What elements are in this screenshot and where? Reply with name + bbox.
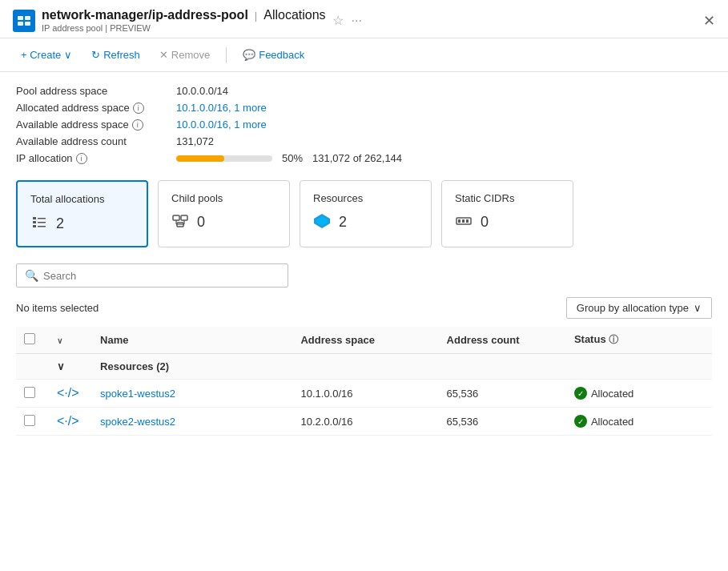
card-child-num: 0 <box>197 214 205 231</box>
expand-all-icon[interactable]: ∨ <box>57 336 62 345</box>
info-grid: Pool address space 10.0.0.0/14 Allocated… <box>16 85 712 164</box>
svg-rect-1 <box>25 16 30 20</box>
row2-check <box>16 408 49 436</box>
toolbar: + Create ∨ ↻ Refresh ✕ Remove 💬 Feedback <box>0 38 728 72</box>
progress-bar-bg <box>176 155 272 162</box>
group-label: Resources (2) <box>92 354 712 380</box>
table-row: <·/> spoke1-westus2 10.1.0.0/16 65,536 A… <box>16 380 712 408</box>
row1-name-link[interactable]: spoke1-westus2 <box>100 388 175 400</box>
group-expand-icon[interactable]: ∨ <box>49 354 92 380</box>
row1-status-dot <box>574 387 587 400</box>
card-resources[interactable]: Resources 2 <box>300 180 432 247</box>
th-expand: ∨ <box>49 327 92 354</box>
card-child-title: Child pools <box>171 192 276 204</box>
card-child-pools[interactable]: Child pools 0 <box>158 180 290 247</box>
search-icon: 🔍 <box>25 269 38 282</box>
card-static-title: Static CIDRs <box>455 192 560 204</box>
svg-rect-8 <box>33 225 36 227</box>
refresh-label: Refresh <box>103 49 140 61</box>
title-pipe: | <box>255 10 257 22</box>
row2-status-dot <box>574 415 587 428</box>
card-total-value: 2 <box>30 213 134 235</box>
content-area: Pool address space 10.0.0.0/14 Allocated… <box>0 72 728 448</box>
remove-button[interactable]: ✕ Remove <box>151 45 218 65</box>
feedback-button[interactable]: 💬 Feedback <box>235 45 312 65</box>
title-section: Allocations <box>263 8 325 22</box>
row2-name-link[interactable]: spoke2-westus2 <box>100 416 175 428</box>
list-header: No items selected Group by allocation ty… <box>16 297 712 319</box>
remove-label: Remove <box>171 49 210 61</box>
refresh-button[interactable]: ↻ Refresh <box>83 45 148 65</box>
card-static-value: 0 <box>455 212 560 232</box>
th-address-count: Address count <box>439 327 566 354</box>
pool-address-space-value: 10.0.0.0/14 <box>176 85 712 97</box>
remove-icon: ✕ <box>159 49 168 61</box>
svg-rect-10 <box>173 215 179 220</box>
favorite-icon[interactable]: ☆ <box>332 13 344 28</box>
svg-rect-0 <box>18 16 23 20</box>
card-total-allocations[interactable]: Total allocations 2 <box>16 180 148 247</box>
available-address-count-value: 131,072 <box>176 135 712 147</box>
row2-checkbox[interactable] <box>24 415 35 426</box>
more-options-icon[interactable]: ··· <box>352 14 362 28</box>
allocated-info-icon[interactable]: i <box>133 103 144 114</box>
th-address-space: Address space <box>292 327 438 354</box>
card-total-title: Total allocations <box>30 193 134 205</box>
ip-allocation-label: IP allocation i <box>16 152 176 164</box>
search-bar-row: 🔍 <box>16 263 712 288</box>
row2-address-space: 10.2.0.0/16 <box>292 408 438 436</box>
progress-bar-fill <box>176 155 224 162</box>
title-icons: ☆ ··· <box>332 13 362 28</box>
card-resources-title: Resources <box>313 192 418 204</box>
row2-name: spoke2-westus2 <box>92 408 292 436</box>
svg-rect-9 <box>38 226 46 227</box>
group-by-chevron-icon: ∨ <box>694 302 702 314</box>
card-static-cidrs[interactable]: Static CIDRs 0 <box>441 180 573 247</box>
title-bar: network-manager/ip-address-pool | Alloca… <box>0 0 728 38</box>
row2-status-badge: Allocated <box>574 415 704 428</box>
search-input[interactable] <box>43 270 280 282</box>
svg-rect-4 <box>33 217 36 219</box>
row2-status: Allocated <box>566 408 712 436</box>
resource-type-icon-2: <·/> <box>57 414 79 428</box>
svg-rect-21 <box>466 219 469 223</box>
svg-rect-2 <box>18 22 23 26</box>
search-input-wrap: 🔍 <box>16 263 288 288</box>
pool-address-space-label: Pool address space <box>16 85 176 97</box>
close-icon[interactable]: ✕ <box>703 12 715 30</box>
subtitle: IP address pool | PREVIEW <box>42 23 326 33</box>
allocated-address-space-value[interactable]: 10.1.0.0/16, 1 more <box>176 102 712 114</box>
card-child-value: 0 <box>171 212 276 232</box>
resource-type-icon-1: <·/> <box>57 386 79 400</box>
ip-allocation-info-icon[interactable]: i <box>76 153 87 164</box>
svg-rect-3 <box>25 22 30 26</box>
group-check <box>16 354 49 380</box>
allocations-table: ∨ Name Address space Address count Statu… <box>16 327 712 436</box>
svg-rect-19 <box>458 219 461 223</box>
status-info-icon[interactable]: ⓘ <box>609 334 618 345</box>
available-space-info-icon[interactable]: i <box>132 119 143 131</box>
child-pool-icon <box>171 212 189 232</box>
feedback-label: Feedback <box>259 49 304 61</box>
progress-detail: 131,072 of 262,144 <box>312 152 402 164</box>
group-by-label: Group by allocation type <box>577 302 689 314</box>
row1-expand: <·/> <box>49 380 92 408</box>
group-by-button[interactable]: Group by allocation type ∨ <box>566 297 712 319</box>
available-address-count-label: Available address count <box>16 135 176 147</box>
available-address-space-label: Available address space i <box>16 119 176 131</box>
svg-rect-5 <box>38 218 46 219</box>
create-chevron-icon: ∨ <box>64 49 72 61</box>
row1-check <box>16 380 49 408</box>
app-icon <box>13 10 35 32</box>
group-chevron-icon: ∨ <box>57 360 65 372</box>
row1-checkbox[interactable] <box>24 387 35 398</box>
table-header: ∨ Name Address space Address count Statu… <box>16 327 712 354</box>
card-total-num: 2 <box>56 215 64 232</box>
row2-address-count: 65,536 <box>439 408 566 436</box>
title-resource: network-manager/ip-address-pool <box>42 8 248 22</box>
create-button[interactable]: + Create ∨ <box>13 45 80 65</box>
row1-status: Allocated <box>566 380 712 408</box>
refresh-icon: ↻ <box>91 49 100 61</box>
available-address-space-value[interactable]: 10.0.0.0/16, 1 more <box>176 119 712 131</box>
select-all-checkbox[interactable] <box>24 333 35 344</box>
